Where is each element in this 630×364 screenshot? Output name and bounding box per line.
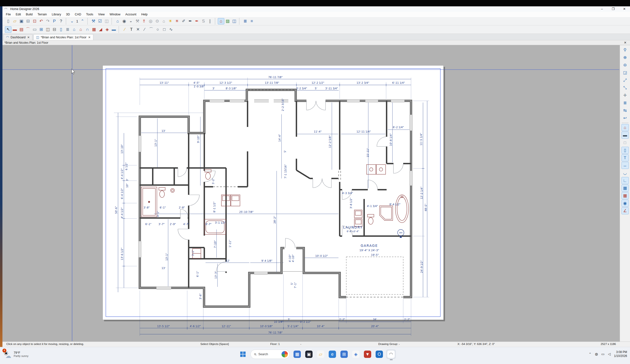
plan-views-toggle-icon[interactable]: ▯ bbox=[622, 147, 629, 154]
menu-help[interactable]: Help bbox=[139, 12, 150, 16]
menu-edit[interactable]: Edit bbox=[13, 12, 24, 16]
roof-icon[interactable]: ◢ bbox=[97, 26, 104, 33]
zoom-region-icon[interactable]: ⚲ bbox=[622, 46, 629, 53]
node-edit-toggle-icon[interactable]: ◡ bbox=[622, 169, 629, 177]
xy-axes-toggle-icon[interactable]: ∟ bbox=[622, 177, 629, 184]
saved-plan-view-icon[interactable]: ⌂ bbox=[218, 18, 224, 24]
grid-display-toggle-icon[interactable]: ▦ bbox=[622, 185, 629, 192]
taskbar-photos-icon[interactable]: ▣ bbox=[304, 350, 314, 359]
start-button[interactable] bbox=[238, 350, 248, 359]
grid-snap-toggle-icon[interactable]: ▦ bbox=[622, 192, 629, 199]
print-icon[interactable]: ⊟ bbox=[25, 18, 31, 24]
tab-dashboard[interactable]: ◠Dashboard✕ bbox=[4, 34, 32, 40]
dollhouse-view-icon[interactable]: ⌂ bbox=[160, 18, 167, 24]
menu-window[interactable]: Window bbox=[107, 12, 123, 16]
network-icon[interactable]: ◍ bbox=[595, 352, 598, 356]
tape-measure-icon[interactable]: ∕ bbox=[122, 26, 128, 33]
taskbar-file-explorer-icon[interactable]: ▱ bbox=[316, 350, 325, 359]
interior-door-icon[interactable]: ▯ bbox=[58, 26, 64, 33]
drawing-canvas[interactable]: 76'-11 7/8"13'-11"4'-5"12'-3 1/2"13'-11 … bbox=[2, 45, 630, 342]
object-snap-toggle-icon[interactable]: ◉ bbox=[622, 200, 629, 207]
display-icon[interactable]: ▭ bbox=[602, 352, 604, 356]
text-style-toggle-icon[interactable]: T bbox=[622, 154, 629, 161]
save-plan-icon[interactable]: ▣ bbox=[18, 18, 25, 24]
taskbar-3d-viewer-icon[interactable]: ◈ bbox=[351, 350, 360, 359]
volume-icon[interactable]: ◁ bbox=[608, 352, 611, 356]
adjust-view-tools-icon[interactable]: ⚒ bbox=[134, 18, 141, 24]
straight-wall-icon[interactable]: ▬ bbox=[12, 26, 18, 33]
stairs-icon[interactable]: ≣ bbox=[64, 26, 71, 33]
circle-tool-icon[interactable]: ○ bbox=[154, 26, 161, 33]
dimension-toggle-icon[interactable]: ↔ bbox=[622, 162, 629, 169]
weather-widget[interactable]: ☀☁ 4 79°F Partly sunny bbox=[4, 350, 28, 359]
previous-view-icon[interactable]: ↩ bbox=[622, 114, 629, 122]
walkthrough-icon[interactable]: ‼ bbox=[141, 18, 147, 24]
terrain-view-icon[interactable]: ▨ bbox=[224, 18, 231, 24]
tray-chevron-icon[interactable]: ⌃ bbox=[589, 352, 592, 356]
skylight-icon[interactable]: ◈ bbox=[104, 26, 110, 33]
menu-account[interactable]: Account bbox=[123, 12, 139, 16]
arch-niche-icon[interactable]: ∩ bbox=[84, 26, 91, 33]
spline-tool-icon[interactable]: ∿ bbox=[168, 26, 174, 33]
snapshot-icon[interactable]: ⊙ bbox=[154, 18, 160, 24]
project-browser-icon[interactable]: ≡ bbox=[248, 18, 255, 24]
taskbar-edge-icon[interactable]: e bbox=[328, 350, 337, 359]
cross-marker-icon[interactable]: ✕ bbox=[135, 26, 141, 33]
spray-painter-icon[interactable]: ✐ bbox=[180, 18, 187, 24]
blank-toggle-icon[interactable]: □ bbox=[622, 139, 629, 146]
sun-settings-icon[interactable]: ☀ bbox=[167, 18, 174, 24]
mouse-orbit-icon[interactable]: ◒ bbox=[128, 18, 134, 24]
menu-tools[interactable]: Tools bbox=[84, 12, 96, 16]
menu-terrain[interactable]: Terrain bbox=[35, 12, 49, 16]
search-box[interactable]: ⚲ Search bbox=[250, 350, 290, 359]
presentation-view-icon[interactable]: ◫ bbox=[103, 18, 110, 24]
taskbar-store-icon[interactable]: ⊞ bbox=[340, 350, 349, 359]
text-tool-icon[interactable]: T bbox=[128, 26, 135, 33]
room-divider-icon[interactable]: ▭ bbox=[31, 26, 38, 33]
preferences-icon[interactable]: P bbox=[51, 18, 58, 24]
menu-3d[interactable]: 3D bbox=[64, 12, 72, 16]
menu-library[interactable]: Library bbox=[49, 12, 64, 16]
floor-down-icon[interactable]: ⌄ bbox=[69, 18, 75, 24]
undo-zoom-icon[interactable]: ◲ bbox=[622, 69, 629, 76]
undo-icon[interactable]: ↶ bbox=[38, 18, 44, 24]
tab-close-icon[interactable]: ✕ bbox=[27, 36, 30, 39]
menu-view[interactable]: View bbox=[96, 12, 107, 16]
door-icon[interactable]: ◫ bbox=[44, 26, 51, 33]
cross-section-slider-icon[interactable]: ▬ bbox=[622, 132, 629, 139]
color-eyedropper-icon[interactable]: ✒ bbox=[187, 18, 194, 24]
window-icon[interactable]: ⊞ bbox=[38, 26, 44, 33]
tile-windows-icon[interactable]: ◫ bbox=[231, 18, 238, 24]
edit-behaviors-icon[interactable]: ☑ bbox=[97, 18, 103, 24]
taskbar-widgets-icon[interactable]: ▦ bbox=[292, 350, 302, 359]
tab-plan[interactable]: ◫*Brian and Nicoles Plan: 1st Floor✕ bbox=[34, 34, 93, 40]
tab-close-icon[interactable]: ✕ bbox=[88, 36, 91, 39]
floor-up-icon[interactable]: ⌃ bbox=[79, 18, 86, 24]
close-button[interactable]: ✕ bbox=[619, 6, 630, 12]
render-camera-icon[interactable]: ◉ bbox=[121, 18, 128, 24]
print-preview-icon[interactable]: ⊡ bbox=[31, 18, 38, 24]
floor-overview-icon[interactable]: ⌂ bbox=[71, 26, 78, 33]
restore-button[interactable]: ❐ bbox=[608, 6, 619, 12]
railing-icon[interactable]: ▤ bbox=[18, 26, 25, 33]
default-settings-icon[interactable]: ⚒ bbox=[90, 18, 97, 24]
menu-build[interactable]: Build bbox=[24, 12, 35, 16]
taskbar-home-designer-icon[interactable]: ◠ bbox=[386, 350, 396, 359]
view-close-icon[interactable]: ✕ bbox=[624, 41, 626, 44]
fireplace-icon[interactable]: ⌂ bbox=[78, 26, 84, 33]
furniture-icon[interactable]: ▬ bbox=[110, 26, 117, 33]
open-plan-icon[interactable]: ▱ bbox=[12, 18, 18, 24]
zoom-out-icon[interactable]: ⊖ bbox=[622, 61, 629, 69]
line-tool-icon[interactable]: ∕ bbox=[141, 26, 148, 33]
taskbar-mcafee-icon[interactable]: ▼ bbox=[363, 350, 372, 359]
zoom-in-icon[interactable]: ⊕ bbox=[622, 54, 629, 61]
redo-icon[interactable]: ↷ bbox=[44, 18, 51, 24]
camera-view-options-icon[interactable]: ⌂ bbox=[622, 124, 629, 131]
menu-cad[interactable]: CAD bbox=[72, 12, 84, 16]
box-tool-icon[interactable]: □ bbox=[161, 26, 168, 33]
library-browser-icon[interactable]: ≣ bbox=[242, 18, 248, 24]
minimize-button[interactable]: – bbox=[596, 6, 608, 12]
cabinet-icon[interactable]: ⊟ bbox=[51, 26, 58, 33]
deck-icon[interactable]: ▦ bbox=[91, 26, 97, 33]
curved-wall-icon[interactable]: ⌒ bbox=[25, 26, 31, 33]
